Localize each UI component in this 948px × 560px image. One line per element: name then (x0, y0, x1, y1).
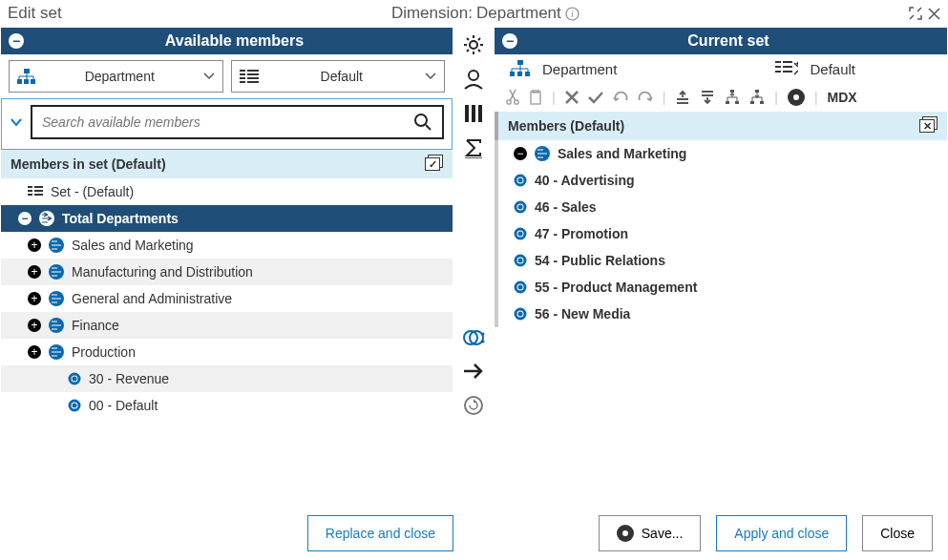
user-icon[interactable] (463, 69, 484, 90)
dimension-label: Dimension: Department i (62, 4, 909, 23)
expand-node-icon[interactable]: + (28, 265, 41, 279)
consolidated-icon (49, 238, 64, 253)
list-icon (240, 70, 259, 83)
svg-rect-20 (472, 105, 475, 122)
expand-node-icon[interactable]: + (28, 239, 41, 252)
collapse-node-icon[interactable]: − (514, 147, 527, 160)
apply-and-close-button[interactable]: Apply and close (716, 515, 847, 551)
svg-point-25 (482, 333, 485, 336)
hierarchy-icon (17, 69, 36, 84)
collapse-icon[interactable]: − (9, 33, 24, 49)
current-set-header: − Current set (495, 28, 947, 54)
svg-point-17 (470, 41, 477, 49)
set-icon (28, 186, 43, 197)
tree-item-sales-marketing[interactable]: + Sales and Marketing (1, 232, 453, 259)
record-icon (617, 525, 634, 542)
expand-node-icon[interactable]: + (28, 292, 41, 305)
current-item-product-mgmt[interactable]: 55 - Product Management (498, 274, 947, 301)
hierarchy-selector[interactable]: Department (9, 60, 223, 93)
chevron-down-icon (425, 71, 436, 82)
hierarchy-icon (510, 60, 531, 77)
svg-point-18 (469, 71, 478, 80)
search-icon[interactable] (413, 113, 432, 132)
hierarchy-display: Department (510, 60, 617, 77)
members-in-set-header: Members in set (Default) ✓ (1, 150, 453, 178)
svg-point-26 (482, 341, 485, 343)
leaf-icon (514, 200, 527, 214)
tree-item-manufacturing[interactable]: + Manufacturing and Distribution (1, 259, 453, 285)
expand-below-icon[interactable] (700, 90, 715, 105)
svg-rect-4 (24, 79, 29, 84)
svg-rect-35 (531, 92, 540, 104)
tree-item-general-admin[interactable]: + General and Administrative (1, 285, 453, 312)
delete-icon[interactable] (565, 91, 579, 104)
svg-rect-3 (17, 79, 22, 84)
expand-node-icon[interactable]: + (28, 345, 41, 359)
sigma-icon[interactable] (463, 137, 484, 158)
venn-icon[interactable] (462, 327, 485, 348)
collapse-node-icon[interactable]: − (18, 212, 32, 225)
save-button[interactable]: Save... (599, 515, 702, 551)
total-departments-row[interactable]: − Total Departments (1, 205, 453, 232)
redo-icon[interactable] (638, 91, 653, 104)
close-button[interactable]: Close (862, 515, 933, 551)
svg-point-6 (415, 114, 427, 126)
search-box (31, 105, 444, 139)
maximize-icon[interactable] (909, 7, 922, 20)
svg-point-55 (518, 312, 523, 317)
cut-icon[interactable] (506, 90, 519, 105)
replace-and-close-button[interactable]: Replace and close (307, 515, 453, 551)
drill-down-icon[interactable] (749, 90, 765, 105)
current-item-new-media[interactable]: 56 - New Media (498, 301, 947, 327)
refresh-icon[interactable] (462, 394, 485, 417)
set-row[interactable]: Set - (Default) (1, 178, 453, 205)
chevron-down-icon (203, 71, 215, 82)
leaf-icon (514, 254, 527, 267)
svg-point-51 (518, 259, 523, 263)
current-item-promotion[interactable]: 47 - Promotion (498, 220, 947, 247)
svg-rect-29 (510, 72, 515, 76)
svg-rect-38 (726, 101, 729, 104)
svg-point-47 (518, 205, 523, 210)
search-input[interactable] (42, 114, 406, 130)
members-default-header: Members (Default) ✕ (495, 112, 947, 140)
search-row (1, 98, 453, 150)
paste-icon[interactable] (529, 90, 542, 105)
info-icon[interactable]: i (565, 7, 579, 21)
consolidated-icon (49, 344, 64, 360)
tree-item-finance[interactable]: + Finance (1, 312, 453, 339)
tree-item-default[interactable]: 00 - Default (1, 392, 453, 419)
expand-above-icon[interactable] (675, 90, 690, 105)
drill-up-icon[interactable] (725, 90, 740, 105)
consolidated-icon (49, 318, 64, 333)
consolidated-icon (535, 146, 550, 161)
tree-item-production[interactable]: + Production (1, 339, 453, 365)
leaf-icon (514, 307, 527, 321)
svg-rect-28 (517, 60, 523, 65)
keep-icon[interactable] (588, 91, 603, 104)
current-tree: − Sales and Marketing 40 - Advertising 4… (495, 140, 947, 327)
mdx-button[interactable]: MDX (828, 90, 857, 105)
list-view-icon: ✦ (775, 61, 798, 76)
undo-icon[interactable] (613, 91, 628, 104)
tree-item-revenue[interactable]: 30 - Revenue (1, 365, 453, 392)
expand-search-icon[interactable] (10, 115, 23, 129)
expand-node-icon[interactable]: + (28, 319, 41, 332)
clear-all-icon[interactable]: ✕ (916, 116, 937, 135)
current-item-sales[interactable]: 46 - Sales (498, 194, 947, 220)
leaf-icon (514, 174, 527, 187)
dialog-header: Edit set Dimension: Department i (0, 0, 948, 27)
svg-rect-41 (750, 101, 754, 104)
columns-icon[interactable] (463, 103, 484, 124)
current-item-advertising[interactable]: 40 - Advertising (498, 167, 947, 194)
view-selector[interactable]: Default (231, 60, 446, 93)
current-item-sales-marketing[interactable]: − Sales and Marketing (498, 140, 947, 167)
available-members-panel: − Available members Department Default (0, 27, 453, 507)
close-dialog-icon[interactable] (928, 8, 940, 20)
gear-icon[interactable] (463, 34, 484, 55)
current-item-public-relations[interactable]: 54 - Public Relations (498, 247, 947, 274)
arrow-right-icon[interactable] (462, 362, 485, 381)
collapse-icon[interactable]: − (502, 33, 517, 49)
select-all-icon[interactable]: ✓ (422, 155, 443, 174)
record-icon[interactable] (788, 89, 805, 106)
